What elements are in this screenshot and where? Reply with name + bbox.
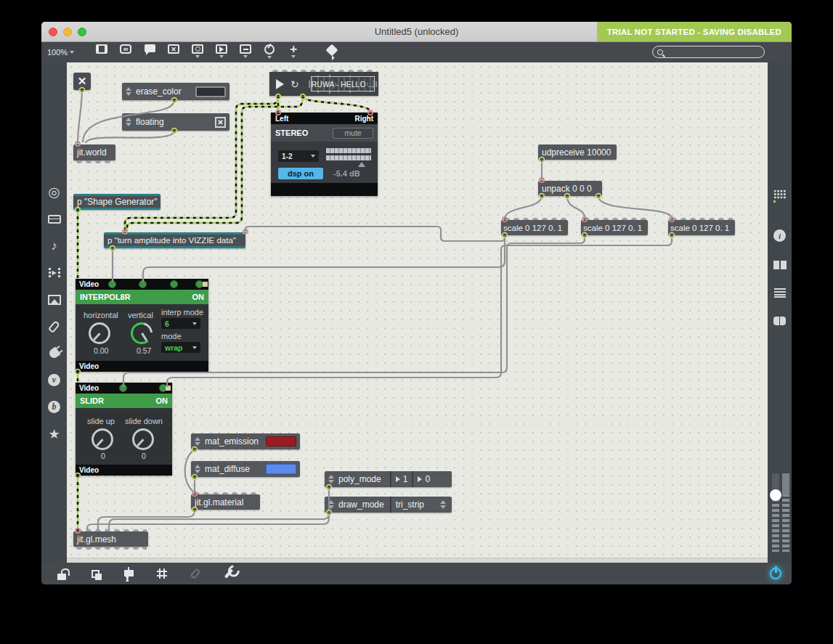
new-button-button[interactable] — [190, 44, 205, 60]
mat-diffuse-attrui[interactable]: mat_diffuse — [191, 461, 300, 477]
new-message-button[interactable]: m — [118, 44, 133, 60]
unpack-object[interactable]: unpack 0 0 0 — [538, 181, 602, 196]
module-input-bar: Video — [76, 383, 172, 394]
subpatcher-turn-amplitude[interactable]: p "turn amplitude into VIZZIE data" — [104, 232, 245, 248]
sidebar-item-console-window[interactable] — [41, 205, 67, 232]
slidr-module[interactable]: Video SLIDR ON slide up 0 slide down — [76, 383, 172, 476]
add-object-button[interactable]: + — [286, 44, 301, 60]
video-inlet-dot[interactable] — [119, 384, 127, 392]
new-toggle-button[interactable]: ✕ — [166, 44, 181, 60]
slide-up-knob[interactable] — [92, 428, 113, 450]
mat-emission-attrui[interactable]: mat_emission — [191, 433, 300, 449]
new-comment-button[interactable] — [142, 44, 157, 60]
search-input[interactable] — [667, 48, 754, 57]
gain-marker-icon[interactable] — [358, 162, 365, 167]
diffuse-color-swatch[interactable] — [266, 464, 296, 474]
poly-mode-attrui[interactable]: poly_mode 1 0 — [325, 471, 452, 487]
presentation-mode-button[interactable] — [121, 566, 136, 581]
sidebar-item-object-palette[interactable] — [773, 189, 786, 199]
emission-color-swatch[interactable] — [266, 436, 296, 447]
sidebar-item-inspector[interactable]: i — [773, 229, 786, 242]
master-volume-slider[interactable] — [770, 473, 790, 558]
mode-dropdown[interactable]: wrap — [161, 342, 200, 353]
module-header[interactable]: SLIDR ON — [76, 394, 172, 408]
chevron-down-icon — [219, 55, 224, 58]
layers-button[interactable] — [88, 566, 102, 581]
zoom-level-control[interactable]: 100% — [47, 48, 74, 57]
spinner-arrows-icon[interactable] — [195, 465, 200, 473]
loop-icon[interactable]: ↻ — [290, 78, 299, 90]
interp-mode-dropdown[interactable]: 6 — [161, 318, 200, 329]
jit-gl-mesh-object[interactable]: jit.gl.mesh — [73, 531, 148, 547]
poly-mode-number-2[interactable]: 0 — [412, 471, 434, 487]
jit-world-object[interactable]: jit.world — [73, 144, 115, 160]
scale-object-3[interactable]: scale 0 127 0. 1 — [668, 220, 735, 235]
patcher-canvas[interactable]: ✕ erase_color floating ✕ jit.world ↻ — [67, 62, 768, 563]
theme-fill-button[interactable] — [325, 44, 339, 60]
sidebar-item-target[interactable]: ◎ — [41, 179, 67, 205]
search-field[interactable] — [652, 46, 765, 58]
attach-button[interactable] — [188, 566, 203, 581]
dsp-on-button[interactable]: dsp on — [278, 168, 323, 179]
sidebar-item-audio[interactable]: ♪ — [41, 232, 67, 259]
video-inlet-dot[interactable] — [170, 280, 178, 288]
scale-object-2[interactable]: scale 0 127 0. 1 — [581, 220, 648, 235]
erase-color-attrui[interactable]: erase_color — [122, 83, 229, 100]
spinner-arrows-icon[interactable] — [195, 437, 200, 446]
sidebar-item-attachments[interactable] — [41, 313, 67, 340]
mute-button[interactable]: mute — [333, 128, 373, 139]
sidebar-item-console[interactable] — [774, 288, 786, 298]
video-inlet-dot[interactable] — [139, 280, 147, 288]
spinner-arrows-icon[interactable] — [126, 87, 131, 96]
sidebar-item-favorites[interactable]: ★ — [41, 420, 67, 447]
spinner-arrows-icon[interactable] — [328, 475, 334, 484]
sidebar-item-vizzie[interactable]: v — [41, 367, 67, 394]
video-inlet-dot[interactable] — [108, 280, 116, 288]
mixer-panel[interactable]: Left Right STEREO mute 1-2 dsp on — [271, 113, 378, 196]
subpatcher-shape-generator[interactable]: p "Shape Generator" — [73, 194, 160, 210]
spinner-arrows-icon[interactable] — [328, 500, 334, 509]
floating-attrui[interactable]: floating ✕ — [122, 113, 229, 131]
scale-object-1[interactable]: scale 0 127 0. 1 — [501, 220, 568, 235]
floating-checkbox[interactable]: ✕ — [215, 117, 226, 128]
interpol8r-module[interactable]: Video INTERPOL8R ON horizontal 0.0 — [76, 279, 208, 372]
volume-knob[interactable] — [770, 489, 781, 501]
stereo-label: STEREO — [275, 129, 308, 137]
toggle-object[interactable]: ✕ — [73, 73, 91, 90]
draw-mode-value-cell[interactable]: tri_strip — [390, 497, 452, 513]
horizontal-knob[interactable] — [89, 322, 110, 344]
sidebar-item-video[interactable]: ▶ — [41, 259, 67, 286]
vertical-knob[interactable] — [131, 322, 153, 344]
new-object-button[interactable] — [94, 44, 109, 60]
sidebar-item-plugins[interactable] — [41, 340, 67, 367]
horizontal-scrollbar[interactable] — [67, 558, 768, 563]
sidebar-item-panes[interactable] — [773, 261, 787, 269]
object-text: p "turn amplitude into VIZZIE data" — [107, 236, 236, 245]
new-number-button[interactable] — [238, 44, 253, 60]
sidebar-item-beap[interactable]: b — [41, 394, 67, 420]
draw-mode-attrui[interactable]: draw_mode tri_strip — [325, 497, 452, 513]
grid-toggle-button[interactable] — [155, 566, 169, 581]
udpreceive-object[interactable]: udpreceive 10000 — [538, 144, 617, 160]
poly-mode-number-1[interactable]: 1 — [390, 471, 413, 487]
play-icon[interactable] — [276, 79, 284, 89]
lock-patcher-button[interactable] — [54, 566, 69, 581]
sidebar-item-reference[interactable] — [773, 317, 787, 325]
module-header[interactable]: INTERPOL8R ON — [76, 290, 208, 304]
new-playbar-button[interactable] — [214, 44, 229, 60]
color-swatch[interactable] — [195, 86, 226, 97]
spinner-arrows-icon[interactable] — [440, 500, 446, 509]
trial-badge: TRIAL NOT STARTED - SAVING DISABLED — [597, 22, 792, 41]
channel-select-dropdown[interactable]: 1-2 — [278, 150, 319, 162]
module-on-state[interactable]: ON — [192, 293, 205, 301]
slide-down-knob[interactable] — [132, 428, 154, 450]
message-box-icon: m — [120, 44, 131, 54]
module-on-state[interactable]: ON — [156, 396, 168, 405]
new-dial-button[interactable] — [262, 44, 277, 60]
sidebar-item-images[interactable] — [41, 286, 67, 313]
spinner-arrows-icon[interactable] — [126, 118, 131, 126]
audio-power-button[interactable] — [768, 566, 783, 581]
patcher-tools-button[interactable] — [222, 566, 236, 581]
jit-gl-material-object[interactable]: jit.gl.material — [191, 494, 260, 510]
audio-player-object[interactable]: ↻ RUWA - HELLO ... — [269, 72, 378, 96]
